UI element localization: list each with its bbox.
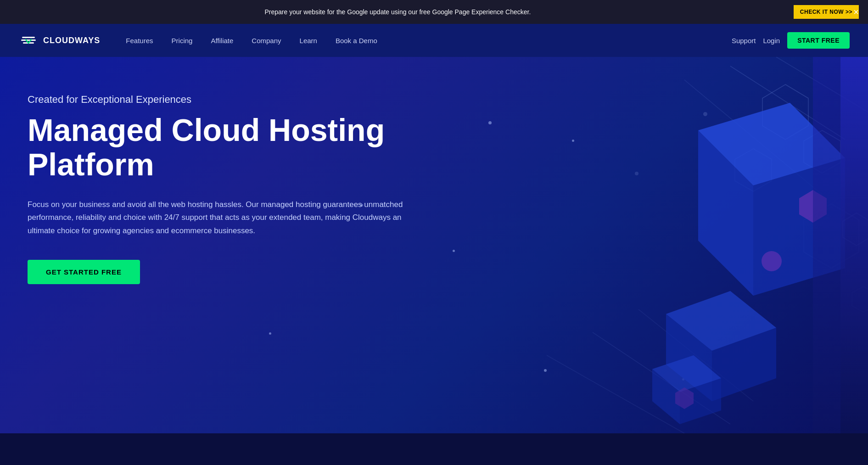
svg-line-5 <box>776 57 868 112</box>
svg-marker-28 <box>675 387 694 409</box>
nav-item-learn[interactable]: Learn <box>292 33 325 48</box>
banner-text: Prepare your website for the Google upda… <box>9 8 786 16</box>
svg-marker-12 <box>735 149 772 191</box>
svg-marker-29 <box>843 213 868 246</box>
svg-line-4 <box>730 66 845 140</box>
svg-marker-25 <box>652 369 680 424</box>
nav-links: Features Pricing Affiliate Company Learn… <box>118 33 732 48</box>
svg-marker-15 <box>698 103 845 185</box>
svg-marker-26 <box>799 190 827 223</box>
nav-login-link[interactable]: Login <box>763 37 780 45</box>
svg-marker-18 <box>666 291 776 401</box>
svg-marker-23 <box>652 355 721 392</box>
svg-marker-24 <box>680 378 721 424</box>
svg-marker-19 <box>666 291 776 351</box>
logo[interactable]: CLOUDWAYS <box>18 30 100 50</box>
hero-subtitle: Created for Exceptional Experiences <box>28 94 441 106</box>
deco-lines-svg <box>409 57 868 433</box>
nav-right: Support Login START FREE <box>732 32 850 49</box>
hero-description: Focus on your business and avoid all the… <box>28 198 404 238</box>
svg-marker-14 <box>698 103 845 296</box>
hero-section: Created for Exceptional Experiences Mana… <box>0 57 868 433</box>
start-free-button[interactable]: START FREE <box>787 32 850 49</box>
navbar: CLOUDWAYS Features Pricing Affiliate Com… <box>0 24 868 57</box>
hero-content: Created for Exceptional Experiences Mana… <box>28 94 441 284</box>
logo-text: CLOUDWAYS <box>43 36 100 45</box>
nav-item-book-demo[interactable]: Book a Demo <box>328 33 385 48</box>
nav-item-features[interactable]: Features <box>118 33 160 48</box>
svg-marker-13 <box>804 204 859 268</box>
nav-item-affiliate[interactable]: Affiliate <box>203 33 241 48</box>
svg-rect-2 <box>21 39 36 41</box>
nav-support-link[interactable]: Support <box>732 37 756 45</box>
top-banner: Prepare your website for the Google upda… <box>0 0 868 24</box>
cloudways-logo-icon <box>18 30 39 50</box>
svg-point-27 <box>762 251 782 271</box>
svg-marker-30 <box>852 286 868 312</box>
svg-rect-1 <box>22 37 35 38</box>
get-started-button[interactable]: GET STARTED FREE <box>28 260 140 284</box>
svg-marker-22 <box>652 355 721 424</box>
svg-line-7 <box>593 332 730 424</box>
nav-item-company[interactable]: Company <box>244 33 288 48</box>
svg-line-8 <box>638 309 753 401</box>
svg-marker-20 <box>712 328 776 401</box>
svg-line-9 <box>547 355 684 433</box>
svg-marker-16 <box>753 158 845 296</box>
svg-marker-17 <box>698 130 753 296</box>
svg-marker-21 <box>666 314 712 401</box>
close-banner-button[interactable]: × <box>853 7 859 17</box>
svg-marker-11 <box>804 130 840 173</box>
hero-title: Managed Cloud Hosting Platform <box>28 113 441 182</box>
check-it-now-button[interactable]: CHECK IT NOW >> <box>794 5 859 19</box>
svg-line-6 <box>684 80 822 195</box>
svg-marker-10 <box>762 84 808 140</box>
nav-item-pricing[interactable]: Pricing <box>164 33 200 48</box>
